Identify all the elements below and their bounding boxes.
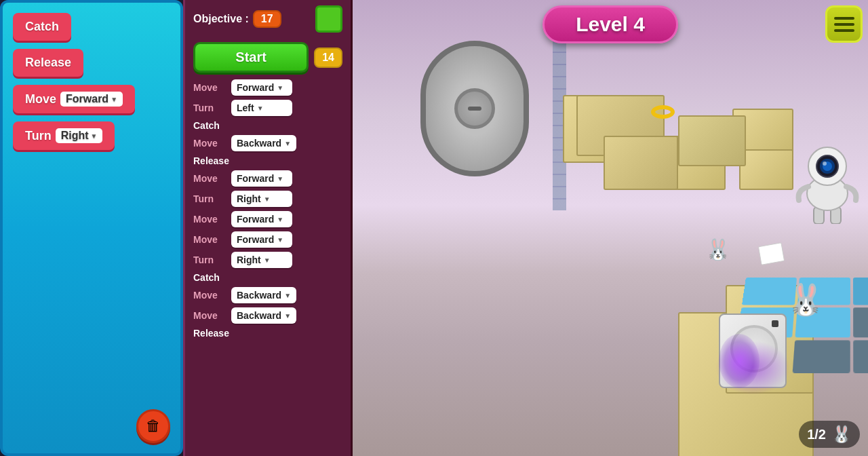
counter-display: 1/2 🐰 bbox=[799, 421, 860, 448]
turn-right-block[interactable]: Turn Right ▼ bbox=[13, 121, 115, 150]
objective-value: 17 bbox=[253, 10, 281, 28]
code-label-12: Move bbox=[193, 290, 227, 301]
arr-1: ▼ bbox=[277, 84, 283, 92]
code-dropdown-8[interactable]: Forward ▼ bbox=[231, 211, 292, 227]
level-banner: Level 4 bbox=[542, 5, 678, 43]
box-back-2 bbox=[604, 136, 678, 190]
arr-2: ▼ bbox=[257, 104, 264, 112]
bunny-icon: 🐰 bbox=[831, 425, 852, 444]
tile-7 bbox=[853, 307, 868, 337]
code-action-11: Catch bbox=[193, 272, 220, 283]
arr-8: ▼ bbox=[277, 216, 283, 223]
trash-icon: 🗑 bbox=[146, 417, 161, 435]
block-palette: Catch Release Move Forward ▼ Turn Right … bbox=[0, 0, 183, 456]
start-button[interactable]: Start bbox=[193, 42, 309, 73]
code-editor-panel: Objective : 17 Start 14 Move Forward ▼ T… bbox=[183, 0, 353, 456]
menu-line-1 bbox=[834, 17, 854, 20]
tile-10 bbox=[793, 340, 850, 373]
code-block-6[interactable]: Move Forward ▼ bbox=[193, 170, 342, 187]
portal-glow bbox=[719, 334, 760, 388]
arr-10: ▼ bbox=[264, 256, 271, 264]
menu-line-2 bbox=[834, 23, 854, 26]
code-block-11[interactable]: Catch bbox=[193, 272, 342, 283]
code-block-14[interactable]: Release bbox=[193, 328, 342, 339]
arr-7: ▼ bbox=[264, 195, 271, 203]
code-block-2[interactable]: Turn Left ▼ bbox=[193, 100, 342, 116]
release-block[interactable]: Release bbox=[13, 49, 83, 77]
tile-11 bbox=[853, 340, 868, 373]
menu-button[interactable] bbox=[825, 5, 863, 43]
code-label-2: Turn bbox=[193, 102, 227, 113]
arr-12: ▼ bbox=[284, 292, 291, 299]
code-label-13: Move bbox=[193, 310, 227, 321]
svg-point-8 bbox=[823, 162, 827, 166]
code-dropdown-4[interactable]: Backward ▼ bbox=[231, 135, 296, 151]
code-dropdown-9[interactable]: Forward ▼ bbox=[231, 231, 292, 248]
game-view: 🐰 🐰 Level 4 1/2 🐰 bbox=[353, 0, 868, 456]
code-block-9[interactable]: Move Forward ▼ bbox=[193, 231, 342, 248]
code-label-8: Move bbox=[193, 214, 227, 225]
trash-button[interactable]: 🗑 bbox=[136, 409, 170, 443]
stop-button[interactable] bbox=[315, 5, 342, 33]
code-label-10: Turn bbox=[193, 254, 227, 265]
code-dropdown-7[interactable]: Right ▼ bbox=[231, 191, 292, 207]
code-block-8[interactable]: Move Forward ▼ bbox=[193, 211, 342, 227]
arr-6: ▼ bbox=[277, 175, 283, 183]
step-count: 14 bbox=[314, 48, 342, 68]
code-label-6: Move bbox=[193, 173, 227, 184]
dropdown-arrow-icon-2: ▼ bbox=[91, 132, 98, 140]
bunny-character: 🐰 bbox=[787, 282, 825, 318]
box-4 bbox=[739, 149, 793, 190]
vault-door bbox=[420, 41, 529, 176]
code-block-5[interactable]: Release bbox=[193, 155, 342, 166]
code-dropdown-13[interactable]: Backward ▼ bbox=[231, 307, 296, 324]
code-action-3: Catch bbox=[193, 120, 220, 131]
code-block-7[interactable]: Turn Right ▼ bbox=[193, 191, 342, 207]
code-block-13[interactable]: Move Backward ▼ bbox=[193, 307, 342, 324]
dropdown-arrow-icon: ▼ bbox=[111, 96, 117, 103]
code-dropdown-6[interactable]: Forward ▼ bbox=[231, 170, 292, 187]
level-label: Level 4 bbox=[576, 13, 645, 35]
code-dropdown-1[interactable]: Forward ▼ bbox=[231, 79, 292, 96]
code-block-4[interactable]: Move Backward ▼ bbox=[193, 135, 342, 151]
code-block-12[interactable]: Move Backward ▼ bbox=[193, 287, 342, 303]
robot-svg bbox=[793, 136, 861, 224]
code-block-10[interactable]: Turn Right ▼ bbox=[193, 252, 342, 268]
turn-value-dropdown[interactable]: Right ▼ bbox=[56, 128, 103, 143]
yellow-ring bbox=[651, 105, 675, 119]
top-bar: Objective : 17 bbox=[185, 0, 351, 38]
robot bbox=[793, 136, 861, 227]
menu-line-3 bbox=[834, 29, 854, 32]
code-dropdown-12[interactable]: Backward ▼ bbox=[231, 287, 296, 303]
code-dropdown-2[interactable]: Left ▼ bbox=[231, 100, 292, 116]
code-block-list: Move Forward ▼ Turn Left ▼ Catch Move bbox=[185, 77, 351, 456]
objective-area: Objective : 17 bbox=[193, 10, 281, 28]
arr-13: ▼ bbox=[284, 312, 291, 320]
tile-3 bbox=[853, 278, 868, 305]
box-back-3 bbox=[678, 115, 746, 166]
objective-label: Objective : bbox=[193, 13, 249, 25]
bunny-helper: 🐰 bbox=[705, 238, 730, 261]
catch-block[interactable]: Catch bbox=[13, 13, 71, 41]
counter-value: 1/2 bbox=[807, 427, 826, 442]
code-block-3[interactable]: Catch bbox=[193, 120, 342, 131]
code-label-4: Move bbox=[193, 138, 227, 149]
paper-item bbox=[758, 242, 785, 265]
start-row: Start 14 bbox=[185, 38, 351, 77]
code-action-5: Release bbox=[193, 155, 229, 166]
code-label-9: Move bbox=[193, 234, 227, 245]
arr-4: ▼ bbox=[284, 140, 291, 147]
code-label-1: Move bbox=[193, 82, 227, 93]
code-action-14: Release bbox=[193, 328, 229, 339]
move-value-dropdown[interactable]: Forward ▼ bbox=[60, 92, 123, 107]
arr-9: ▼ bbox=[277, 236, 283, 244]
code-dropdown-10[interactable]: Right ▼ bbox=[231, 252, 292, 268]
code-label-7: Turn bbox=[193, 193, 227, 204]
move-forward-block[interactable]: Move Forward ▼ bbox=[13, 85, 135, 113]
code-block-1[interactable]: Move Forward ▼ bbox=[193, 79, 342, 96]
